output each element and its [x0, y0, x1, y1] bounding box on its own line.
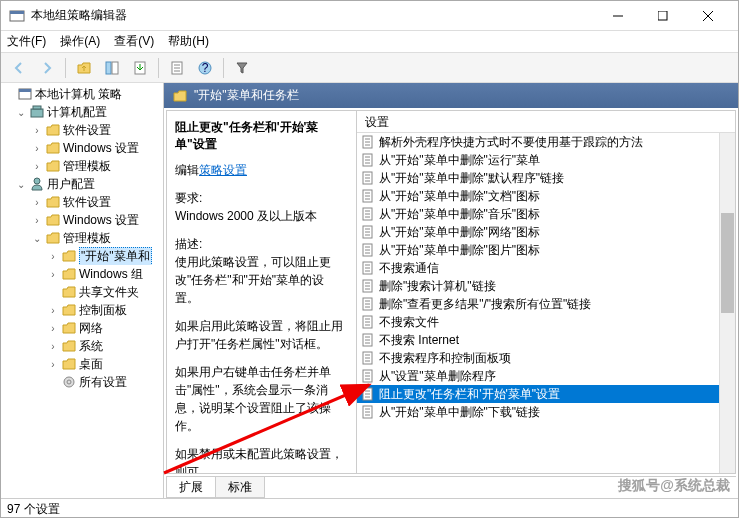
tree-u-shared[interactable]: 共享文件夹 — [79, 284, 139, 301]
list-item[interactable]: 删除"查看更多结果"/"搜索所有位置"链接 — [357, 295, 735, 313]
tree-u-win[interactable]: Windows 设置 — [63, 212, 139, 229]
tree-u-admin[interactable]: 管理模板 — [63, 230, 111, 247]
nav-tree[interactable]: 本地计算机 策略 ⌄计算机配置 ›软件设置 ›Windows 设置 ›管理模板 … — [1, 83, 164, 498]
menu-bar: 文件(F) 操作(A) 查看(V) 帮助(H) — [1, 31, 738, 53]
edit-policy-link[interactable]: 策略设置 — [199, 163, 247, 177]
list-item[interactable]: 从"开始"菜单中删除"文档"图标 — [357, 187, 735, 205]
tree-u-ctrl[interactable]: 控制面板 — [79, 302, 127, 319]
show-tree-button[interactable] — [100, 56, 124, 80]
tree-u-net[interactable]: 网络 — [79, 320, 103, 337]
svg-rect-18 — [33, 106, 41, 109]
svg-rect-16 — [19, 89, 31, 92]
tree-u-start[interactable]: "开始"菜单和 — [79, 247, 152, 265]
list-item[interactable]: 不搜索 Internet — [357, 331, 735, 349]
tree-u-sys[interactable]: 系统 — [79, 338, 103, 355]
list-item[interactable]: 从"开始"菜单中删除"图片"图标 — [357, 241, 735, 259]
menu-action[interactable]: 操作(A) — [60, 33, 100, 50]
category-title: "开始"菜单和任务栏 — [194, 87, 299, 104]
list-item[interactable]: 阻止更改"任务栏和'开始'菜单"设置 — [357, 385, 735, 403]
menu-view[interactable]: 查看(V) — [114, 33, 154, 50]
maximize-button[interactable] — [640, 2, 685, 30]
menu-help[interactable]: 帮助(H) — [168, 33, 209, 50]
svg-rect-3 — [658, 11, 667, 20]
tree-u-wincomp[interactable]: Windows 组 — [79, 266, 143, 283]
tree-u-desk[interactable]: 桌面 — [79, 356, 103, 373]
folder-icon — [172, 88, 188, 104]
category-header: "开始"菜单和任务栏 — [164, 83, 738, 108]
list-item[interactable]: 从"开始"菜单中删除"运行"菜单 — [357, 151, 735, 169]
list-item[interactable]: 从"开始"菜单中删除"下载"链接 — [357, 403, 735, 421]
tree-u-soft[interactable]: 软件设置 — [63, 194, 111, 211]
description-panel: 阻止更改"任务栏和'开始'菜单"设置 编辑策略设置 要求:Windows 200… — [167, 111, 357, 473]
forward-button[interactable] — [35, 56, 59, 80]
list-item[interactable]: 从"设置"菜单删除程序 — [357, 367, 735, 385]
svg-rect-1 — [10, 11, 24, 14]
scrollbar-thumb[interactable] — [721, 213, 734, 313]
list-item[interactable]: 从"开始"菜单中删除"网络"图标 — [357, 223, 735, 241]
vertical-scrollbar[interactable] — [719, 133, 735, 473]
close-button[interactable] — [685, 2, 730, 30]
tree-user[interactable]: 用户配置 — [47, 176, 95, 193]
svg-text:?: ? — [202, 61, 209, 75]
up-button[interactable] — [72, 56, 96, 80]
tree-computer[interactable]: 计算机配置 — [47, 104, 107, 121]
refresh-button[interactable] — [165, 56, 189, 80]
minimize-button[interactable] — [595, 2, 640, 30]
list-item[interactable]: 从"开始"菜单中删除"音乐"图标 — [357, 205, 735, 223]
export-button[interactable] — [128, 56, 152, 80]
back-button[interactable] — [7, 56, 31, 80]
svg-point-19 — [34, 178, 40, 184]
tree-c-admin[interactable]: 管理模板 — [63, 158, 111, 175]
toolbar: ? — [1, 53, 738, 83]
setting-title: 阻止更改"任务栏和'开始'菜单"设置 — [175, 119, 348, 153]
svg-point-21 — [67, 380, 71, 384]
settings-list[interactable]: 设置 解析外壳程序快捷方式时不要使用基于跟踪的方法从"开始"菜单中删除"运行"菜… — [357, 111, 735, 473]
column-header-setting[interactable]: 设置 — [357, 111, 735, 133]
tree-u-all[interactable]: 所有设置 — [79, 374, 127, 391]
list-item[interactable]: 不搜索文件 — [357, 313, 735, 331]
list-item[interactable]: 解析外壳程序快捷方式时不要使用基于跟踪的方法 — [357, 133, 735, 151]
help-button[interactable]: ? — [193, 56, 217, 80]
menu-file[interactable]: 文件(F) — [7, 33, 46, 50]
tab-standard[interactable]: 标准 — [215, 477, 265, 498]
svg-rect-17 — [31, 109, 43, 117]
window-title: 本地组策略编辑器 — [31, 7, 595, 24]
tree-c-soft[interactable]: 软件设置 — [63, 122, 111, 139]
filter-button[interactable] — [230, 56, 254, 80]
status-bar: 97 个设置 — [1, 498, 738, 518]
list-item[interactable]: 删除"搜索计算机"链接 — [357, 277, 735, 295]
list-item[interactable]: 从"开始"菜单中删除"默认程序"链接 — [357, 169, 735, 187]
tree-root[interactable]: 本地计算机 策略 — [35, 86, 122, 103]
svg-rect-6 — [106, 62, 111, 74]
app-icon — [9, 8, 25, 24]
tree-c-win[interactable]: Windows 设置 — [63, 140, 139, 157]
svg-rect-7 — [112, 62, 118, 74]
list-item[interactable]: 不搜索程序和控制面板项 — [357, 349, 735, 367]
tab-extended[interactable]: 扩展 — [166, 477, 216, 498]
watermark: 搜狐号@系统总裁 — [618, 477, 730, 495]
list-item[interactable]: 不搜索通信 — [357, 259, 735, 277]
title-bar: 本地组策略编辑器 — [1, 1, 738, 31]
